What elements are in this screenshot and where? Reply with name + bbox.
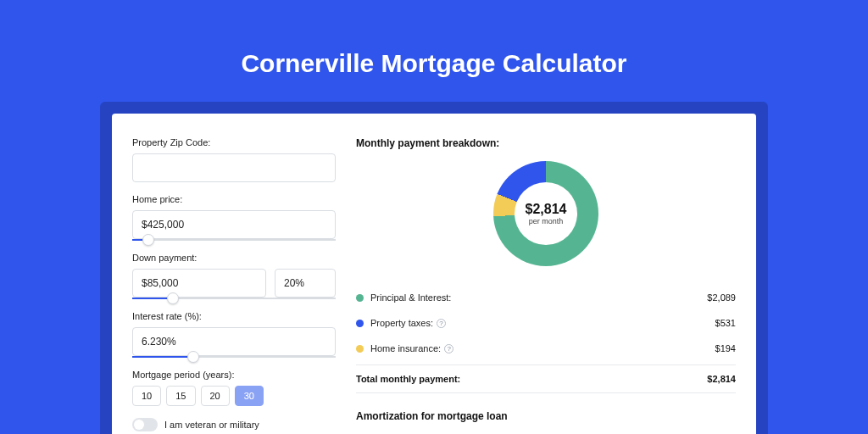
- field-zip: Property Zip Code:: [132, 137, 336, 182]
- field-home-price: Home price:: [132, 194, 336, 241]
- legend-dot: [356, 294, 364, 302]
- period-label: Mortgage period (years):: [132, 370, 336, 380]
- slider-thumb[interactable]: [142, 234, 154, 246]
- donut-chart: $2,814 per month: [493, 161, 598, 266]
- form-column: Property Zip Code: Home price: Down paym…: [132, 137, 336, 434]
- home-price-input[interactable]: [132, 210, 336, 239]
- page-title: Cornerville Mortgage Calculator: [241, 49, 626, 78]
- slider-thumb[interactable]: [187, 351, 199, 363]
- veteran-toggle[interactable]: [132, 418, 158, 431]
- period-options: 10 15 20 30: [132, 386, 336, 406]
- veteran-label: I am veteran or military: [164, 420, 259, 430]
- donut-chart-container: $2,814 per month: [356, 161, 736, 266]
- amortization-title: Amortization for mortgage loan: [356, 410, 736, 422]
- total-label: Total monthly payment:: [356, 374, 460, 384]
- donut-center: $2,814 per month: [515, 182, 577, 245]
- legend-value: $2,089: [707, 292, 736, 303]
- down-payment-slider[interactable]: [132, 298, 336, 299]
- legend-principal-interest: Principal & Interest: $2,089: [356, 285, 736, 310]
- down-payment-percent-input[interactable]: [275, 269, 336, 298]
- legend-dot: [356, 320, 364, 327]
- legend-label: Property taxes: ?: [370, 318, 715, 328]
- home-price-slider[interactable]: [132, 239, 336, 241]
- total-row: Total monthly payment: $2,814: [356, 364, 736, 393]
- period-btn-15[interactable]: 15: [166, 386, 195, 406]
- donut-sub: per month: [529, 217, 564, 225]
- legend-value: $194: [715, 343, 736, 353]
- card-shadow: Property Zip Code: Home price: Down paym…: [100, 102, 768, 434]
- period-btn-20[interactable]: 20: [201, 386, 230, 406]
- legend-dot: [356, 345, 364, 353]
- legend-value: $531: [715, 318, 736, 328]
- legend-label: Principal & Interest:: [370, 292, 707, 303]
- slider-thumb[interactable]: [167, 292, 179, 304]
- calculator-card: Property Zip Code: Home price: Down paym…: [112, 114, 756, 434]
- field-interest-rate: Interest rate (%):: [132, 311, 336, 358]
- period-btn-10[interactable]: 10: [132, 386, 161, 406]
- zip-input[interactable]: [132, 153, 336, 182]
- legend-property-taxes: Property taxes: ? $531: [356, 310, 736, 336]
- interest-rate-slider[interactable]: [132, 356, 336, 358]
- down-payment-label: Down payment:: [132, 253, 336, 263]
- donut-amount: $2,814: [526, 202, 567, 217]
- legend-label: Home insurance: ?: [370, 343, 715, 353]
- breakdown-column: Monthly payment breakdown: $2,814 per mo…: [356, 137, 736, 434]
- interest-rate-input[interactable]: [132, 327, 336, 356]
- legend-home-insurance: Home insurance: ? $194: [356, 336, 736, 361]
- field-period: Mortgage period (years): 10 15 20 30: [132, 370, 336, 406]
- info-icon[interactable]: ?: [444, 344, 453, 353]
- interest-rate-label: Interest rate (%):: [132, 311, 336, 321]
- home-price-label: Home price:: [132, 194, 336, 204]
- veteran-row: I am veteran or military: [132, 418, 336, 431]
- breakdown-title: Monthly payment breakdown:: [356, 137, 736, 149]
- toggle-knob: [134, 420, 144, 430]
- down-payment-amount-input[interactable]: [132, 269, 266, 298]
- period-btn-30[interactable]: 30: [235, 386, 264, 406]
- info-icon[interactable]: ?: [437, 319, 446, 328]
- total-value: $2,814: [707, 374, 736, 384]
- zip-label: Property Zip Code:: [132, 137, 336, 147]
- field-down-payment: Down payment:: [132, 253, 336, 299]
